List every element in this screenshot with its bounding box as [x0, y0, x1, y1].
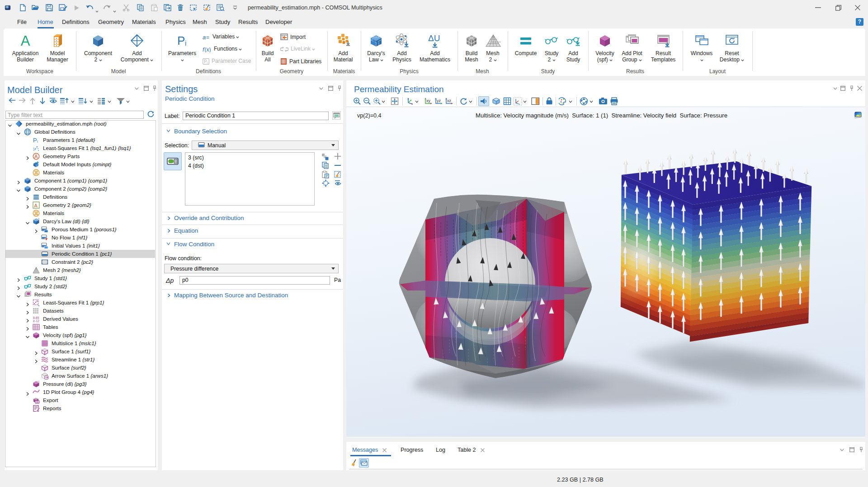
svg-text:P: P	[177, 34, 185, 47]
svg-text:(x): (x)	[205, 47, 211, 52]
svg-text:A: A	[21, 33, 30, 48]
svg-text:P: P	[204, 59, 207, 64]
svg-text:xz: xz	[447, 98, 452, 103]
svg-text:=: =	[206, 34, 209, 40]
svg-text:xy: xy	[426, 98, 431, 103]
svg-text:ΔU: ΔU	[428, 33, 440, 43]
svg-text:i: i	[207, 61, 208, 64]
svg-text:yz: yz	[437, 98, 441, 103]
svg-text:a: a	[203, 34, 206, 40]
svg-text:i: i	[185, 39, 186, 47]
